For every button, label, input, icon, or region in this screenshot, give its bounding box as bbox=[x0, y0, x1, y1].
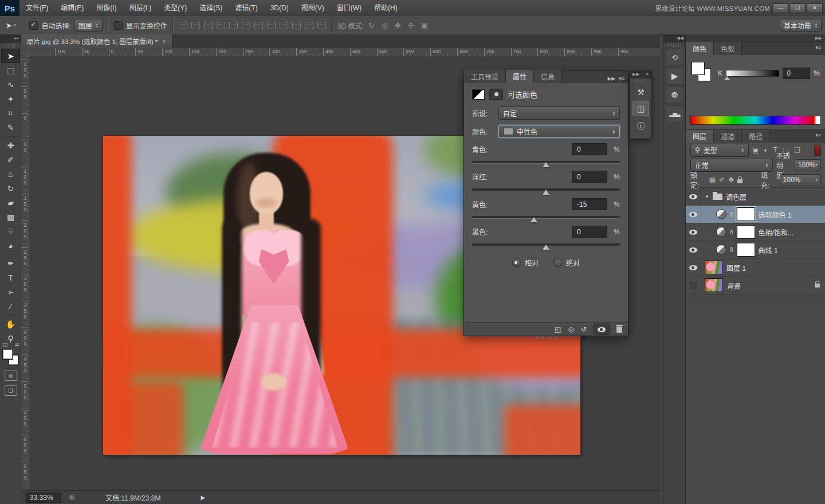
menu-item[interactable]: 文件(F) bbox=[19, 0, 54, 16]
workspace-switcher[interactable]: 基本功能 ▲▼ bbox=[780, 19, 822, 32]
panel-expand-icon[interactable]: ▶▶ bbox=[607, 76, 619, 83]
tool-button[interactable]: ◕ bbox=[1, 238, 20, 253]
tool-button[interactable]: ⌗ bbox=[1, 106, 20, 120]
menu-item[interactable]: 帮助(H) bbox=[368, 0, 404, 16]
align-icon[interactable] bbox=[317, 22, 326, 29]
layer-visibility-cell[interactable] bbox=[686, 223, 701, 241]
k-slider-thumb[interactable] bbox=[724, 76, 730, 80]
tool-button[interactable]: ▰ bbox=[1, 195, 20, 210]
panel-dock-icon[interactable]: ☸ bbox=[665, 86, 684, 104]
layer-filter-icon[interactable]: ❏ bbox=[794, 146, 800, 154]
layer-name[interactable]: 图层 1 bbox=[726, 263, 746, 273]
lock-pixels-icon[interactable]: ✐ bbox=[719, 176, 725, 184]
tool-button[interactable]: ♨ bbox=[1, 167, 20, 181]
menu-item[interactable]: 编辑(E) bbox=[54, 0, 90, 16]
panel-dock-icon[interactable]: ▶ bbox=[665, 68, 684, 85]
view-previous-state-icon[interactable]: ◎ bbox=[568, 325, 573, 333]
menu-item[interactable]: 选择(S) bbox=[193, 0, 229, 16]
layer-visibility-cell[interactable] bbox=[686, 188, 701, 205]
layer-filter-dropdown[interactable]: ⚲ 类型 ▲▼ bbox=[690, 144, 749, 157]
layer-row[interactable]: 背景 bbox=[686, 277, 825, 294]
tool-button[interactable]: ➢ bbox=[1, 285, 20, 299]
toggle-visibility-button[interactable] bbox=[594, 324, 610, 335]
menu-item[interactable]: 类型(Y) bbox=[158, 0, 193, 16]
restore-button[interactable]: ❐ bbox=[789, 3, 806, 13]
align-icon[interactable] bbox=[292, 22, 301, 29]
eye-icon[interactable] bbox=[689, 230, 697, 235]
3d-mode-icon[interactable]: ↻ bbox=[367, 21, 376, 30]
align-icon[interactable] bbox=[204, 22, 213, 29]
slider-thumb[interactable] bbox=[531, 217, 537, 222]
dock-grip[interactable] bbox=[668, 44, 681, 47]
dock-collapse-button[interactable]: ◀◀ bbox=[663, 34, 686, 42]
slider-value-field[interactable]: 0 bbox=[572, 226, 607, 238]
default-colors-icon[interactable]: ◱ bbox=[3, 342, 8, 348]
align-icon[interactable] bbox=[267, 22, 276, 29]
slider-value-field[interactable]: -15 bbox=[572, 198, 607, 210]
panels-collapse-button[interactable]: ▶▶ bbox=[686, 34, 825, 42]
tool-button[interactable]: ∿ bbox=[1, 77, 20, 92]
panel-drag-grip[interactable] bbox=[535, 337, 557, 339]
horizontal-ruler[interactable]: 1005005010015020025030035040045050055060… bbox=[29, 48, 660, 57]
menu-item[interactable]: 图像(I) bbox=[90, 0, 123, 16]
tool-button[interactable]: ∕ bbox=[1, 299, 20, 313]
document-tab[interactable]: 原片.jpg @ 33.3% (选取颜色 1, 图层蒙版/8) * × bbox=[21, 34, 172, 48]
tool-button[interactable]: ✎ bbox=[1, 120, 20, 135]
tab-close-icon[interactable]: × bbox=[162, 38, 166, 45]
show-transform-checkbox[interactable] bbox=[114, 21, 123, 30]
close-button[interactable]: ✕ bbox=[807, 3, 823, 13]
tool-button[interactable]: ▩ bbox=[1, 210, 20, 224]
tool-button[interactable]: ↻ bbox=[1, 181, 20, 195]
absolute-radio[interactable]: 绝对 bbox=[553, 258, 580, 267]
tool-button[interactable]: ⬚ bbox=[1, 63, 20, 77]
layer-name[interactable]: 曲线 1 bbox=[759, 245, 778, 255]
filter-toggle-switch[interactable] bbox=[814, 145, 821, 156]
layer-name[interactable]: 背景 bbox=[726, 281, 740, 290]
slider-thumb[interactable] bbox=[543, 190, 549, 195]
layer-visibility-cell[interactable] bbox=[686, 206, 701, 223]
panel-menu-icon[interactable]: ▾≡ bbox=[619, 76, 628, 83]
menu-item[interactable]: 3D(D) bbox=[264, 0, 295, 16]
eye-icon[interactable] bbox=[689, 265, 697, 270]
3d-mode-icon[interactable]: ◎ bbox=[380, 21, 389, 30]
panel-tab[interactable]: 工具预设 bbox=[464, 70, 506, 83]
dock-expand-icon[interactable]: ▶▶ bbox=[632, 72, 639, 78]
align-icon[interactable] bbox=[179, 22, 187, 29]
status-options-icon[interactable]: ⚙ bbox=[67, 494, 77, 501]
toolbar-grip[interactable] bbox=[5, 44, 17, 48]
k-slider-track[interactable] bbox=[726, 70, 779, 77]
eye-icon[interactable] bbox=[689, 194, 697, 199]
layer-row[interactable]: 8 色相/饱和... bbox=[686, 223, 825, 241]
layer-thumbnail[interactable] bbox=[705, 261, 723, 274]
menu-item[interactable]: 窗口(W) bbox=[331, 0, 368, 16]
menu-item[interactable]: 滤镜(T) bbox=[229, 0, 264, 16]
current-tool-chip[interactable]: ➤ ▾ bbox=[3, 20, 18, 31]
panel-tab[interactable]: 信息 bbox=[534, 70, 562, 83]
opacity-field[interactable]: 100% ▾ bbox=[795, 159, 821, 171]
layer-list-empty-area[interactable] bbox=[686, 294, 825, 504]
group-disclosure-icon[interactable]: ▼ bbox=[705, 194, 709, 199]
slider-track[interactable] bbox=[472, 242, 620, 250]
layer-visibility-cell[interactable] bbox=[686, 277, 701, 294]
layer-mask-thumbnail[interactable] bbox=[737, 207, 755, 221]
k-value-field[interactable]: 0 bbox=[783, 68, 810, 79]
reset-adjustment-icon[interactable]: ↺ bbox=[581, 325, 587, 333]
foreground-color-swatch[interactable] bbox=[692, 62, 705, 75]
align-icon[interactable] bbox=[254, 22, 263, 29]
lock-all-icon[interactable] bbox=[737, 179, 742, 183]
relative-radio[interactable]: 相对 bbox=[512, 258, 539, 267]
menu-item[interactable]: 图层(L) bbox=[123, 0, 158, 16]
tool-button[interactable]: ➤ bbox=[1, 49, 20, 63]
clip-to-layer-icon[interactable]: ◱ bbox=[555, 325, 561, 333]
slider-track[interactable] bbox=[472, 214, 620, 222]
foreground-color-swatch[interactable] bbox=[2, 349, 13, 360]
layer-mask-thumbnail[interactable] bbox=[737, 243, 755, 257]
tool-button[interactable]: ✦ bbox=[1, 92, 20, 106]
layer-visibility-cell[interactable] bbox=[686, 241, 701, 258]
slider-thumb[interactable] bbox=[543, 162, 549, 167]
align-icon[interactable] bbox=[229, 22, 238, 29]
zoom-level-field[interactable]: 33.33% bbox=[26, 493, 61, 503]
layer-filter-icon[interactable]: ◐ bbox=[764, 146, 768, 154]
preset-dropdown[interactable]: 自定 ▲▼ bbox=[498, 107, 620, 120]
mask-view-icon[interactable] bbox=[489, 89, 503, 100]
